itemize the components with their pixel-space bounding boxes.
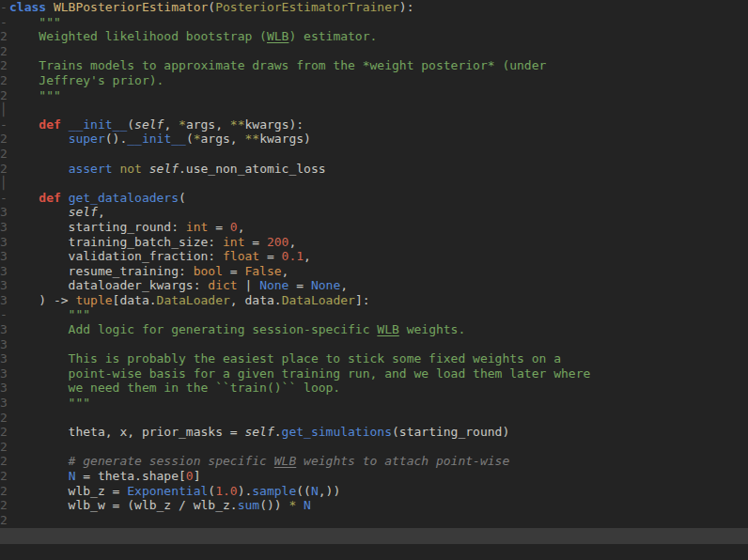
fold-column-marker: 3 <box>0 264 9 279</box>
code-token: def <box>39 191 60 205</box>
fold-column-marker: - <box>0 0 9 15</box>
code-line[interactable]: │ <box>0 102 748 117</box>
fold-column-marker: 2 <box>0 29 9 44</box>
fold-column-marker: - <box>0 191 9 206</box>
code-line[interactable]: 2 wlb_w = (wlb_z / wlb_z.sum()) * N <box>0 498 748 513</box>
code-token: wlb_w = (wlb_z / wlb_z. <box>9 498 238 512</box>
code-token: False <box>244 264 281 278</box>
code-token: args, <box>186 117 230 132</box>
code-token: (( <box>296 484 311 498</box>
code-line[interactable]: 2 wlb_z = Exponential(1.0).sample((N,)) <box>0 484 748 499</box>
code-token: def <box>39 117 60 132</box>
code-line[interactable]: 2 <box>0 411 748 426</box>
code-token <box>9 162 69 176</box>
code-token <box>9 191 39 205</box>
code-token: 0 <box>230 220 238 234</box>
code-token: 1.0 <box>215 484 237 498</box>
code-token: starting_round: <box>9 220 186 234</box>
fold-column-marker: 2 <box>0 425 9 440</box>
code-token: (). <box>105 132 127 146</box>
code-token <box>9 117 39 132</box>
code-line[interactable]: 3 Add logic for generating session-speci… <box>0 322 748 337</box>
code-line[interactable]: 3 self, <box>0 205 748 220</box>
code-line[interactable]: │ <box>0 176 748 191</box>
fold-column-marker: 2 <box>0 73 9 88</box>
code-line[interactable]: - """ <box>0 307 748 322</box>
code-line[interactable]: 2 <box>0 44 748 59</box>
code-token: theta, x, prior_masks = <box>9 425 244 439</box>
code-token: , <box>98 205 105 219</box>
code-token: = <box>244 235 266 249</box>
code-token: ( <box>179 191 186 205</box>
code-token: self <box>244 425 273 439</box>
code-token: , data. <box>230 293 282 307</box>
code-line[interactable]: 3 validation_fraction: float = 0.1, <box>0 249 748 264</box>
code-token: ( <box>127 117 134 132</box>
fold-column-marker: 2 <box>0 440 9 455</box>
code-token: float <box>223 249 259 263</box>
code-token: = <box>259 249 281 263</box>
code-line[interactable]: 3 ) -> tuple[data.DataLoader, data.DataL… <box>0 293 748 308</box>
fold-column-marker: 2 <box>0 147 9 162</box>
code-line[interactable]: 2 super().__init__(*args, **kwargs) <box>0 132 748 147</box>
code-line[interactable]: 3 resume_training: bool = False, <box>0 264 748 279</box>
code-token: * <box>179 117 186 132</box>
fold-column-marker: │ <box>0 102 9 117</box>
code-line[interactable]: 3 <box>0 337 748 352</box>
code-token: ). <box>238 484 253 498</box>
code-line[interactable]: 3 training_batch_size: int = 200, <box>0 235 748 250</box>
code-line[interactable]: 2 Weighted likelihood bootstrap (WLB) es… <box>0 29 748 44</box>
code-line[interactable]: 2 Jeffrey's prior). <box>0 73 748 88</box>
code-token: This is probably the easiest place to st… <box>9 351 561 366</box>
code-line[interactable]: -class WLBPosteriorEstimator(PosteriorEs… <box>0 0 748 15</box>
code-line[interactable]: - """ <box>0 15 748 30</box>
code-token: ()) <box>259 498 288 512</box>
fold-column-marker: 2 <box>0 88 9 103</box>
fold-column-marker: 3 <box>0 351 9 366</box>
code-token: weights. <box>399 322 465 336</box>
code-line[interactable]: 2 <box>0 147 748 162</box>
code-line[interactable]: 2 theta, x, prior_masks = self.get_simul… <box>0 425 748 440</box>
code-line[interactable]: 3 """ <box>0 396 748 411</box>
code-line[interactable]: 3 point-wise basis for a given training … <box>0 366 748 381</box>
code-line[interactable]: 3 This is probably the easiest place to … <box>0 351 748 366</box>
code-line[interactable]: 2 <box>0 440 748 455</box>
code-token: WLB <box>267 29 288 43</box>
code-line[interactable]: 2 N = theta.shape[0] <box>0 469 748 484</box>
code-token: class <box>9 0 46 14</box>
fold-column-marker: 2 <box>0 411 9 426</box>
fold-column-marker: 3 <box>0 396 9 411</box>
code-line[interactable]: 2 # generate session specific WLB weight… <box>0 454 748 469</box>
code-area[interactable]: -class WLBPosteriorEstimator(PosteriorEs… <box>0 0 748 528</box>
code-token: we need them in the ``train()`` loop. <box>9 381 340 395</box>
code-token: = <box>208 220 229 234</box>
code-line[interactable]: 2 <box>0 513 748 528</box>
code-token: ( <box>208 0 215 14</box>
code-line[interactable]: 2 assert not self.use_non_atomic_loss <box>0 162 748 177</box>
code-line[interactable]: 3 starting_round: int = 0, <box>0 220 748 235</box>
code-token: self <box>134 117 164 132</box>
code-line[interactable]: 2 """ <box>0 88 748 103</box>
code-token: WLB <box>274 454 296 468</box>
code-token: | <box>238 278 259 292</box>
command-line[interactable] <box>0 544 748 560</box>
fold-column-marker: 2 <box>0 513 9 528</box>
code-token: int <box>223 235 244 249</box>
fold-column-marker: │ <box>0 176 9 191</box>
code-token: self <box>69 205 98 219</box>
code-line[interactable]: 2 Trains models to approximate draws fro… <box>0 58 748 73</box>
fold-column-marker: 3 <box>0 220 9 235</box>
code-line[interactable]: - def __init__(self, *args, **kwargs): <box>0 117 748 132</box>
fold-column-marker: 2 <box>0 454 9 469</box>
fold-column-marker: - <box>0 15 9 30</box>
code-token: validation_fraction: <box>9 249 223 263</box>
code-token: """ <box>9 88 61 102</box>
code-token: sum <box>238 498 259 512</box>
code-token: WLBPosteriorEstimator <box>54 0 208 14</box>
fold-column-marker: 3 <box>0 235 9 250</box>
code-line[interactable]: 3 dataloader_kwargs: dict | None = None, <box>0 278 748 293</box>
code-token: N <box>304 498 311 512</box>
code-line[interactable]: - def get_dataloaders( <box>0 191 748 206</box>
code-token: ): <box>399 0 414 14</box>
code-line[interactable]: 3 we need them in the ``train()`` loop. <box>0 381 748 396</box>
